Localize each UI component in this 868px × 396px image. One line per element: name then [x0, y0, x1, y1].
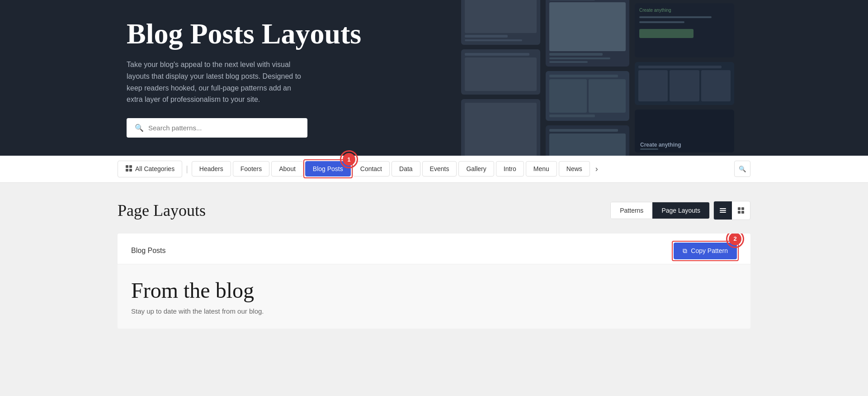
hero-title: Blog Posts Layouts	[127, 18, 443, 50]
preview-tile	[546, 125, 629, 156]
preview-tile	[461, 99, 540, 155]
hero-content: Blog Posts Layouts Take your blog's appe…	[127, 18, 443, 138]
copy-pattern-wrapper: ⧉ Copy Pattern	[674, 243, 737, 259]
page-layouts-header: Page Layouts Patterns Page Layouts	[118, 201, 750, 220]
svg-rect-9	[738, 211, 741, 214]
sidebar-item-menu[interactable]: Menu	[526, 161, 557, 177]
preview-tile	[546, 71, 629, 121]
blog-posts-section-label: Blog Posts	[131, 247, 165, 255]
page-layouts-title: Page Layouts	[118, 201, 206, 220]
copy-pattern-label: Copy Pattern	[691, 247, 728, 254]
svg-rect-6	[720, 212, 726, 213]
svg-rect-8	[741, 207, 744, 210]
sidebar-item-events[interactable]: Events	[422, 161, 457, 177]
from-blog-description: Stay up to date with the latest from our…	[131, 307, 737, 315]
page-layouts-toggle-btn[interactable]: Page Layouts	[652, 202, 709, 219]
copy-pattern-area: ⧉ Copy Pattern 2	[674, 243, 737, 259]
all-categories-button[interactable]: All Categories	[118, 161, 182, 177]
tile-col-2	[546, 0, 629, 156]
layout-controls: Patterns Page Layouts	[610, 201, 750, 220]
category-search-button[interactable]: 🔍	[734, 161, 750, 177]
svg-rect-0	[126, 165, 128, 168]
blog-posts-section: Blog Posts ⧉ Copy Pattern 2 From the blo…	[118, 234, 750, 329]
svg-rect-2	[126, 169, 128, 172]
view-icons-group	[713, 201, 750, 220]
hero-tile-previews: Create anything Create anything	[461, 0, 868, 156]
copy-pattern-button[interactable]: ⧉ Copy Pattern	[674, 243, 737, 259]
main-content: Page Layouts Patterns Page Layouts	[0, 183, 868, 347]
pattern-preview: From the blog Stay up to date with the l…	[118, 264, 750, 329]
sidebar-item-headers[interactable]: Headers	[192, 161, 231, 177]
search-icon: 🔍	[135, 124, 144, 132]
svg-rect-5	[720, 210, 726, 211]
badge-number-2: 2	[729, 234, 741, 245]
preview-tile	[546, 0, 629, 67]
sidebar-item-about[interactable]: About	[271, 161, 303, 177]
preview-tile	[461, 49, 540, 95]
grid-view-button[interactable]	[732, 201, 750, 219]
all-categories-label: All Categories	[135, 165, 175, 172]
sidebar-item-gallery[interactable]: Gallery	[458, 161, 494, 177]
sidebar-item-intro[interactable]: Intro	[496, 161, 524, 177]
svg-rect-1	[129, 165, 132, 168]
preview-tile	[635, 62, 734, 105]
badge-number-1: 1	[343, 153, 355, 166]
tile-col-1	[461, 0, 540, 156]
patterns-toggle-group: Patterns Page Layouts	[610, 202, 710, 219]
hero-description: Take your blog's appeal to the next leve…	[127, 59, 307, 105]
svg-rect-7	[738, 207, 741, 210]
preview-tile-create-anything: Create anything	[635, 3, 734, 57]
category-nav: All Categories | Headers Footers About B…	[0, 156, 868, 183]
svg-rect-4	[720, 208, 726, 209]
tile-col-3: Create anything Create anything	[635, 3, 734, 153]
search-input[interactable]	[148, 124, 299, 132]
patterns-toggle-btn[interactable]: Patterns	[611, 202, 652, 219]
blog-posts-section-header: Blog Posts ⧉ Copy Pattern 2	[118, 234, 750, 264]
hero-section: Blog Posts Layouts Take your blog's appe…	[0, 0, 868, 156]
list-view-button[interactable]	[714, 201, 732, 219]
sidebar-item-news[interactable]: News	[559, 161, 590, 177]
svg-rect-10	[741, 211, 744, 214]
from-blog-title: From the blog	[131, 278, 737, 303]
hero-search-box[interactable]: 🔍	[127, 118, 307, 138]
more-categories-button[interactable]: ›	[592, 162, 602, 176]
sidebar-item-data[interactable]: Data	[392, 161, 420, 177]
category-divider: |	[186, 164, 188, 174]
grid-icon	[125, 165, 132, 173]
search-icon-small: 🔍	[739, 166, 746, 172]
svg-rect-3	[129, 169, 132, 172]
blog-posts-tab-wrapper: Blog Posts 1	[305, 161, 351, 177]
preview-tile-create-bottom: Create anything	[635, 110, 734, 153]
sidebar-item-footers[interactable]: Footers	[233, 161, 269, 177]
copy-icon: ⧉	[683, 247, 687, 255]
preview-tile	[461, 0, 540, 45]
sidebar-item-contact[interactable]: Contact	[353, 161, 390, 177]
